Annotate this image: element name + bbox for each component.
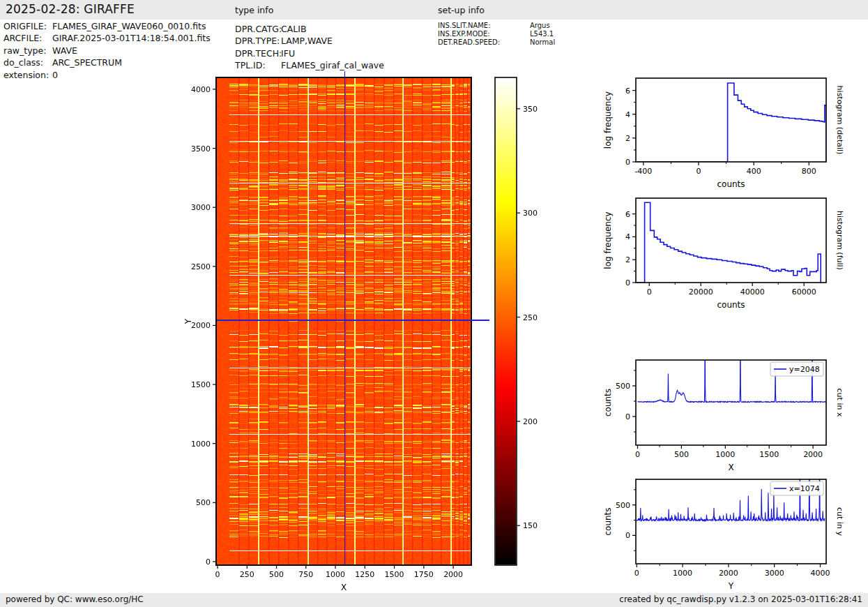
svg-text:500: 500	[674, 450, 689, 459]
svg-text:counts: counts	[603, 389, 613, 417]
svg-text:250: 250	[240, 570, 254, 579]
setup-info-heading: set-up info	[438, 5, 485, 15]
svg-text:6: 6	[625, 87, 630, 96]
svg-text:2: 2	[625, 134, 630, 143]
info-row: ORIGFILE:FLAMES_GIRAF_WAVE060_0010.fits	[3, 21, 206, 31]
info-row: DPR.TYPE:LAMP,WAVE	[235, 36, 333, 46]
svg-text:0: 0	[206, 557, 211, 567]
info-row: do_class:ARC_SPECTRUM	[3, 57, 122, 68]
info-label: DPR.TECH:	[235, 48, 281, 59]
info-value: IFU	[281, 48, 295, 59]
svg-text:750: 750	[298, 570, 313, 579]
info-label: ORIGFILE:	[3, 21, 52, 31]
svg-text:2500: 2500	[191, 262, 211, 271]
info-row: raw_type:WAVE	[3, 45, 77, 56]
info-label: DET.READ.SPEED:	[438, 38, 530, 46]
svg-text:1000: 1000	[326, 570, 345, 579]
svg-text:0: 0	[635, 450, 640, 459]
svg-text:1000: 1000	[715, 450, 735, 459]
svg-text:0: 0	[634, 569, 639, 578]
svg-text:counts: counts	[603, 507, 613, 535]
svg-text:6: 6	[625, 210, 630, 219]
svg-text:1000: 1000	[673, 569, 692, 578]
svg-text:0: 0	[696, 167, 701, 176]
svg-text:counts: counts	[717, 179, 745, 189]
crosshair-vertical-line	[344, 71, 345, 565]
info-value: LAMP,WAVE	[281, 36, 333, 46]
info-value: L543.1	[530, 30, 554, 38]
footer-credit-right: created by qc_rawdisp.py v1.2.3 on 2025-…	[619, 594, 862, 604]
svg-text:1250: 1250	[355, 570, 374, 579]
info-value: Normal	[530, 38, 555, 46]
svg-text:2000: 2000	[719, 569, 738, 578]
svg-text:500: 500	[269, 570, 284, 579]
svg-text:1000: 1000	[191, 440, 211, 449]
info-value: 0	[52, 70, 58, 80]
info-label: DPR.CATG:	[235, 24, 281, 34]
plot-hist_detail: -40004008000246countslog frequencyhistog…	[581, 67, 868, 195]
svg-text:X: X	[341, 583, 347, 592]
info-value: FLAMES_GIRAF_WAVE060_0010.fits	[52, 21, 206, 31]
svg-text:2000: 2000	[803, 450, 823, 459]
info-row: DET.READ.SPEED:Normal	[438, 38, 555, 46]
svg-text:0: 0	[625, 278, 630, 287]
svg-text:0: 0	[625, 412, 630, 421]
svg-text:x=1074: x=1074	[789, 484, 820, 493]
info-label: DPR.TYPE:	[235, 36, 281, 46]
svg-text:0: 0	[215, 570, 220, 579]
svg-text:20000: 20000	[689, 287, 713, 297]
svg-text:4000: 4000	[810, 569, 830, 578]
svg-text:3500: 3500	[191, 144, 211, 153]
svg-text:4000: 4000	[191, 85, 211, 94]
plot-cut_x: 05001000150020000500Xcountscut in xy=204…	[581, 349, 868, 479]
svg-text:histogram (detail): histogram (detail)	[835, 86, 844, 155]
info-label: extension:	[3, 70, 52, 80]
svg-text:1500: 1500	[759, 450, 779, 459]
svg-text:Y: Y	[183, 318, 193, 324]
type-info-heading: type info	[235, 5, 273, 15]
colorbar-gradient	[496, 78, 516, 564]
svg-text:y=2048: y=2048	[789, 365, 820, 374]
svg-text:3000: 3000	[765, 569, 784, 578]
svg-text:X: X	[728, 463, 733, 472]
info-label: ARCFILE:	[3, 33, 52, 43]
info-row: extension:0	[3, 70, 58, 80]
svg-text:0: 0	[625, 158, 630, 167]
svg-text:200: 200	[523, 417, 538, 426]
page-title: 2025-02-28: GIRAFFE	[6, 2, 135, 16]
svg-text:2000: 2000	[191, 321, 211, 330]
svg-text:2000: 2000	[443, 570, 463, 579]
info-value: Argus	[530, 22, 550, 29]
svg-text:0: 0	[647, 287, 652, 297]
info-label: raw_type:	[3, 45, 52, 56]
svg-text:0: 0	[625, 531, 630, 540]
info-row: ARCFILE:GIRAF.2025-03-01T14:18:54.001.fi…	[3, 33, 211, 43]
svg-text:4: 4	[625, 232, 630, 241]
svg-text:histogram (full): histogram (full)	[835, 211, 844, 270]
svg-text:300: 300	[523, 209, 538, 218]
svg-text:-400: -400	[634, 167, 652, 176]
svg-text:2: 2	[625, 255, 630, 264]
info-value: GIRAF.2025-03-01T14:18:54.001.fits	[52, 33, 211, 43]
svg-text:counts: counts	[717, 300, 745, 310]
qc-rawdisp-page: 2025-02-28: GIRAFFE type info set-up inf…	[0, 0, 868, 607]
info-row: INS.EXP.MODE:L543.1	[438, 30, 554, 38]
svg-text:log frequency: log frequency	[603, 211, 613, 269]
info-value: ARC_SPECTRUM	[52, 57, 122, 68]
info-row: DPR.CATG:CALIB	[235, 24, 307, 34]
svg-text:4: 4	[625, 110, 630, 119]
svg-text:500: 500	[616, 382, 630, 391]
svg-text:cut in y: cut in y	[835, 507, 844, 536]
svg-text:250: 250	[523, 313, 538, 322]
info-label: INS.SLIT.NAME:	[438, 22, 530, 29]
info-row: DPR.TECH:IFU	[235, 48, 295, 59]
plot-cut_y: 010002000300040000500Ycountscut in yx=10…	[581, 468, 868, 597]
info-value: WAVE	[52, 45, 77, 56]
info-row: INS.SLIT.NAME:Argus	[438, 22, 550, 29]
svg-text:60000: 60000	[792, 287, 816, 297]
svg-text:400: 400	[747, 167, 761, 176]
svg-text:800: 800	[802, 167, 816, 176]
crosshair-horizontal-line	[217, 320, 489, 320]
plot-hist_full: 02000040000600000246countslog frequencyh…	[581, 187, 868, 316]
svg-text:500: 500	[196, 498, 211, 507]
